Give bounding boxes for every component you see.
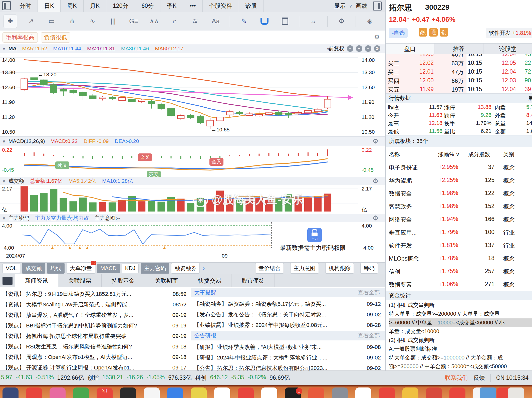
panel-toggle-right-icon[interactable] (373, 2, 382, 11)
macd-chart-pane[interactable]: 0.220.22-0.45-0.45死叉金叉死叉金叉 (0, 146, 385, 177)
column-header[interactable]: 名称 (389, 151, 400, 158)
detail-tab-论股堂[interactable]: 论股堂 (483, 44, 532, 54)
text-tool[interactable]: Aa (209, 15, 222, 28)
dock-icon[interactable] (261, 387, 277, 398)
top-tab[interactable]: 日K (38, 0, 61, 12)
indicator-tab-MACD[interactable]: MACD (97, 264, 120, 273)
top-tab[interactable]: 诊股 (239, 0, 264, 12)
settings-tool[interactable]: ⚙ (335, 15, 348, 28)
column-header[interactable]: 涨幅% ∨ (438, 151, 460, 158)
tags-settings-gear-icon[interactable]: ⚙ (374, 34, 380, 41)
news-tab[interactable]: 新闻资讯 (15, 274, 58, 287)
news-list-item[interactable]: 【研报】2024年中报业绩点评：大模型落地多行业，...09-02 (194, 352, 383, 363)
column-header[interactable]: 类别 (503, 151, 514, 158)
dock-icon[interactable] (73, 387, 89, 398)
news-list-item[interactable]: 【资讯】周观点：OpenAI发布o1模型，AI大模型迈...09-18 (3, 352, 189, 362)
sector-row[interactable]: 网络安全+1.94%166概念 (386, 213, 532, 226)
indicator-tab-大单净量[interactable]: 大单净量L2 (67, 263, 95, 274)
trend-line-tool[interactable]: ↗ (25, 15, 38, 28)
zhuli-chart-pane[interactable]: 主力 最新数据需主力密码权限 4.004.00-4.00-4.002024/07… (0, 222, 385, 262)
news-tab[interactable]: 关联股票 (58, 274, 102, 287)
chart-zoom-button[interactable]: − (347, 45, 353, 52)
news-list-item[interactable]: 【资讯】拓尔思：9月19日获融资买入1852.81万元...08:59 (3, 289, 189, 299)
move-tool[interactable]: ✚ (4, 15, 17, 28)
top-tab[interactable]: 分时 (13, 0, 38, 12)
dock-icon[interactable] (3, 387, 19, 398)
dock-icon[interactable] (449, 387, 465, 398)
watchlist-button[interactable]: -自选 (389, 28, 408, 38)
macd-settings-gear-icon[interactable]: ⚙ (373, 137, 378, 145)
price-adjust-mode[interactable]: 前复权 (329, 45, 344, 52)
top-tab[interactable]: 季K (160, 0, 183, 12)
news-list-item[interactable]: 【资讯】放量爆发，A股硬气了！全球重磅首发，多...09-19 (3, 310, 189, 320)
quote-expand[interactable]: 展 (528, 94, 532, 102)
news-list-item[interactable]: 【资讯】扬帆出海 拓尔思全球化布局取得重要突破09-19 (3, 331, 189, 341)
dock-icon[interactable] (402, 387, 418, 398)
news-tab[interactable]: 快捷交易 (188, 274, 231, 287)
shortcut-量价结合[interactable]: 量价结合 (255, 263, 284, 274)
news-list-item[interactable]: 【观点】RSI发生死叉，拓尔思风险信号准确性如何?09-18 (3, 341, 189, 352)
dock-icon[interactable] (144, 387, 160, 398)
fan-lines-tool[interactable]: ⋔ (66, 15, 79, 28)
collapse-chevron-icon[interactable]: ∨ (3, 179, 6, 183)
dock-icon[interactable] (308, 387, 324, 398)
layers-tool[interactable]: ◈ (363, 15, 376, 28)
view-all-link[interactable]: 查看全部 (358, 332, 380, 339)
chart-zoom-button[interactable]: + (356, 45, 362, 52)
dock-icon[interactable]: 9月 (97, 387, 113, 398)
dock-icon[interactable] (379, 387, 395, 398)
collapse-chevron-icon[interactable]: ∨ (3, 139, 6, 144)
dock-icon[interactable] (26, 387, 42, 398)
detail-tab-推荐[interactable]: 推荐 (434, 44, 483, 54)
zhuli-settings-gear-icon[interactable]: ⚙ (373, 214, 378, 222)
display-menu[interactable]: 显示 (334, 2, 346, 10)
sector-row[interactable]: MLOps概念+1.78%18概念 (386, 252, 532, 265)
dock-icon[interactable]: 1 (285, 387, 301, 398)
arc-tool[interactable]: ∩ (168, 15, 181, 28)
news-tab[interactable]: 持股基金 (102, 274, 145, 287)
lock-icon[interactable]: 主力 (307, 228, 322, 242)
news-tab[interactable]: 关联期商 (145, 274, 188, 287)
column-header[interactable]: 成分股数 (468, 151, 490, 158)
delete-tool[interactable] (279, 15, 292, 28)
shortcut-主力意图[interactable]: 主力意图 (290, 263, 319, 274)
sector-row[interactable]: 软件开发+1.81%137行业 (386, 239, 532, 252)
indicator-tab-均线[interactable]: 均线 (47, 263, 65, 274)
news-panel-icon[interactable] (3, 277, 13, 285)
indicator-tab-VOL[interactable]: VOL (3, 264, 20, 273)
dock-icon[interactable] (426, 387, 442, 398)
news-list-item[interactable]: 【资讯】大模型Scaling Law开启新范式，端侧智能...08:52 (3, 299, 189, 310)
draw-line-button[interactable]: 画线 (356, 2, 367, 10)
sector-row[interactable]: 智慧政务+1.98%152概念 (386, 200, 532, 213)
news-list-item[interactable]: 【融资融券】融资融券：融资余额5.17亿元，融资买...09-12 (194, 299, 383, 309)
news-list-item[interactable]: 【发布公告】发布公告：《拓尔思：关于向特定对象...09-02 (194, 309, 383, 320)
dock-trash-icon[interactable] (508, 387, 524, 398)
rect-tool[interactable]: ▭ (45, 15, 58, 28)
dock-folder-icon[interactable] (480, 387, 496, 398)
gann-tool[interactable]: G≡ (127, 15, 140, 28)
indicator-tab-KDJ[interactable]: KDJ (122, 264, 139, 273)
news-list-item[interactable]: 【观点】BBI指标对于拓尔思的中期趋势预测能力如何?09-19 (3, 320, 189, 331)
view-all-link[interactable]: 查看全部 (358, 289, 380, 296)
sector-chip[interactable]: 软件开发 +1.81% (486, 28, 532, 38)
volume-settings-gear-icon[interactable]: ⚙ (373, 177, 378, 185)
dock-icon[interactable] (238, 387, 254, 398)
top-tab[interactable]: 120分 (106, 0, 135, 12)
dock-icon[interactable] (214, 387, 230, 398)
dock-icon[interactable] (167, 387, 183, 398)
dock-icon[interactable] (355, 387, 371, 398)
candlestick-chart-pane[interactable]: 14.0014.0013.3013.3012.6012.6011.9011.90… (0, 53, 385, 136)
magnet-tool[interactable] (258, 15, 271, 28)
shortcut-筹码[interactable]: 筹码 (360, 263, 378, 274)
collapse-chevron-icon[interactable]: ∨ (3, 46, 6, 51)
top-tab[interactable]: 个股资料 (203, 0, 239, 12)
stock-tag[interactable]: 负债很低 (41, 32, 70, 43)
multi-line-tool[interactable]: ≋ (189, 15, 202, 28)
sector-row[interactable]: 数据要素+1.06%271概念 (386, 278, 532, 291)
shortcut-机构跟踪[interactable]: 机构跟踪 (325, 263, 354, 274)
indicator-tab-融资融券[interactable]: 融资融券 (171, 263, 200, 274)
top-tab[interactable]: 周K (61, 0, 83, 12)
chart-settings-gear-icon[interactable]: ⚙ (374, 45, 380, 52)
spacing-tool[interactable]: ↔ (307, 15, 320, 28)
collapse-chevron-icon[interactable]: ∨ (3, 216, 6, 221)
